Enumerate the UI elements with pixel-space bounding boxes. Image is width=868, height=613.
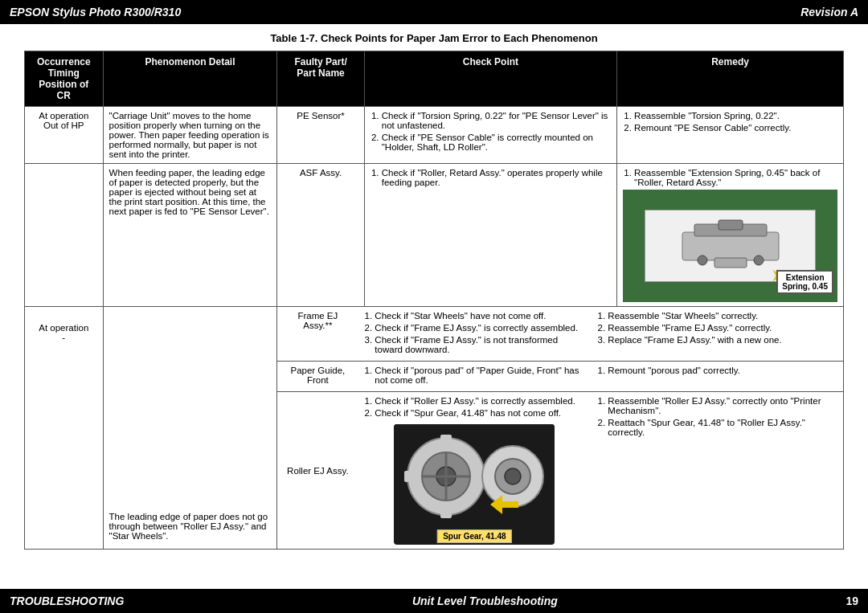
main-content: Table 1-7. Check Points for Paper Jam Er… — [0, 24, 868, 589]
checkpoint-roller-ej: Check if "Roller EJ Assy." is correctly … — [358, 392, 591, 550]
extension-spring-image: ➤ ExtensionSpring, 0.45 — [623, 190, 837, 302]
faulty-cell-1: PE Sensor* — [277, 107, 364, 164]
nested-sub-table: Frame EJ Assy.** Check if "Star Wheels" … — [277, 307, 843, 549]
faulty-cell-2: ASF Assy. — [277, 164, 364, 307]
svg-rect-12 — [404, 471, 414, 482]
svg-rect-10 — [440, 435, 452, 444]
occurrence-cell-2 — [25, 164, 104, 307]
header-revision: Revision A — [800, 6, 858, 18]
svg-point-16 — [505, 468, 521, 484]
main-table: OccurrenceTimingPosition of CR Phenomeno… — [24, 51, 844, 550]
remedy-cell-1: Reassemble "Torsion Spring, 0.22". Remou… — [617, 107, 844, 164]
phenomenon-cell-1: "Carriage Unit" moves to the home positi… — [103, 107, 277, 164]
footer-right: 19 — [845, 595, 858, 607]
sub-row-roller-ej: Roller EJ Assy. Check if "Roller EJ Assy… — [277, 392, 843, 550]
header-occurrence: OccurrenceTimingPosition of CR — [25, 51, 104, 107]
footer-bar: TROUBLESHOOTING Unit Level Troubleshooti… — [0, 589, 868, 613]
svg-point-4 — [698, 255, 707, 265]
table-row: When feeding paper, the leading edge of … — [25, 164, 844, 307]
spur-gear-label: Spur Gear, 41.48 — [437, 529, 511, 543]
svg-rect-2 — [719, 220, 743, 230]
remedy-paper-guide: Remount "porous pad" correctly. — [591, 362, 843, 392]
header-bar: EPSON Stylus Photo R300/R310 Revision A — [0, 0, 868, 24]
sub-row-frame-ej: Frame EJ Assy.** Check if "Star Wheels" … — [277, 307, 843, 362]
phenomenon-cell-2: When feeding paper, the leading edge of … — [103, 164, 277, 307]
footer-left: TROUBLESHOOTING — [10, 595, 124, 607]
header-title: EPSON Stylus Photo R300/R310 — [10, 6, 181, 18]
faulty-paper-guide: Paper Guide, Front — [277, 362, 358, 392]
header-remedy: Remedy — [617, 51, 844, 107]
checkpoint-cell-1: Check if "Torsion Spring, 0.22" for "PE … — [364, 107, 616, 164]
occurrence-cell-3: At operation- — [25, 307, 104, 550]
checkpoint-frame-ej: Check if "Star Wheels" have not come off… — [358, 307, 591, 362]
svg-point-5 — [754, 255, 764, 265]
remedy-cell-2: Reassemble "Extension Spring, 0.45" back… — [617, 164, 844, 307]
extension-spring-label: ExtensionSpring, 0.45 — [776, 270, 833, 294]
spur-gear-image: Spur Gear, 41.48 — [394, 424, 555, 545]
faulty-roller-ej: Roller EJ Assy. — [277, 392, 358, 550]
phenomenon-cell-3: The leading edge of paper does not go th… — [103, 307, 277, 550]
faulty-frame-ej: Frame EJ Assy.** — [277, 307, 358, 362]
header-phenomenon: Phenomenon Detail — [103, 51, 277, 107]
sub-row-paper-guide: Paper Guide, Front Check if "porous pad"… — [277, 362, 843, 392]
svg-rect-11 — [440, 509, 452, 518]
footer-center: Unit Level Troubleshooting — [412, 595, 558, 607]
header-faulty: Faulty Part/Part Name — [277, 51, 364, 107]
occurrence-cell-1: At operationOut of HP — [25, 107, 104, 164]
checkpoint-cell-2: Check if "Roller, Retard Assy." operates… — [364, 164, 616, 307]
remedy-roller-ej: Reassemble "Roller EJ Assy." correctly o… — [591, 392, 843, 550]
sub-rows-cell: Frame EJ Assy.** Check if "Star Wheels" … — [277, 307, 844, 550]
table-row: At operation- The leading edge of paper … — [25, 307, 844, 550]
header-checkpoint: Check Point — [364, 51, 616, 107]
table-row: At operationOut of HP "Carriage Unit" mo… — [25, 107, 844, 164]
remedy-frame-ej: Reassemble "Star Wheels" correctly. Reas… — [591, 307, 843, 362]
table-title: Table 1-7. Check Points for Paper Jam Er… — [24, 32, 844, 44]
checkpoint-paper-guide: Check if "porous pad" of "Paper Guide, F… — [358, 362, 591, 392]
svg-rect-3 — [714, 258, 747, 268]
